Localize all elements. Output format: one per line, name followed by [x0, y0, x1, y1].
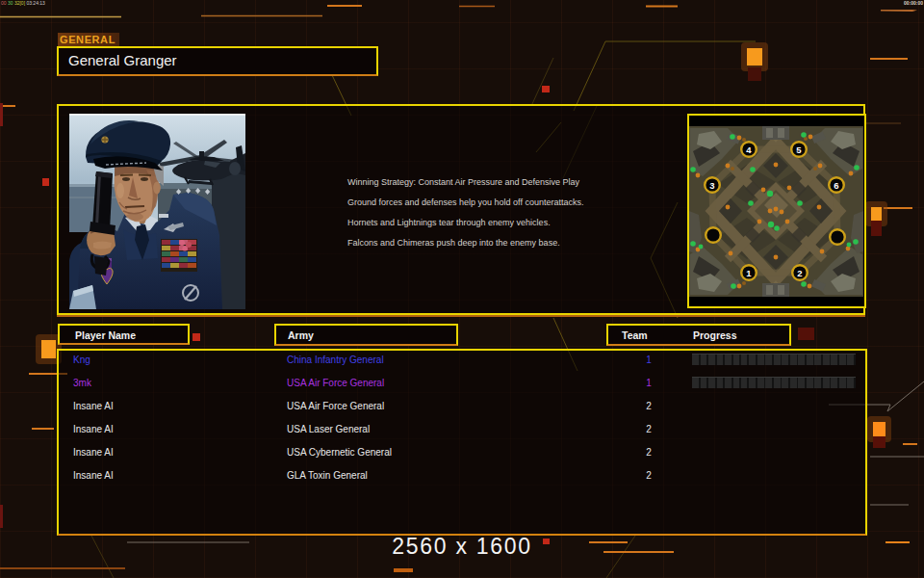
svg-text:1: 1: [746, 268, 752, 278]
svg-text:4: 4: [746, 144, 752, 155]
svg-text:5: 5: [796, 144, 802, 155]
svg-text:3: 3: [709, 180, 714, 191]
svg-text:2: 2: [797, 268, 802, 278]
svg-text:6: 6: [834, 180, 838, 191]
